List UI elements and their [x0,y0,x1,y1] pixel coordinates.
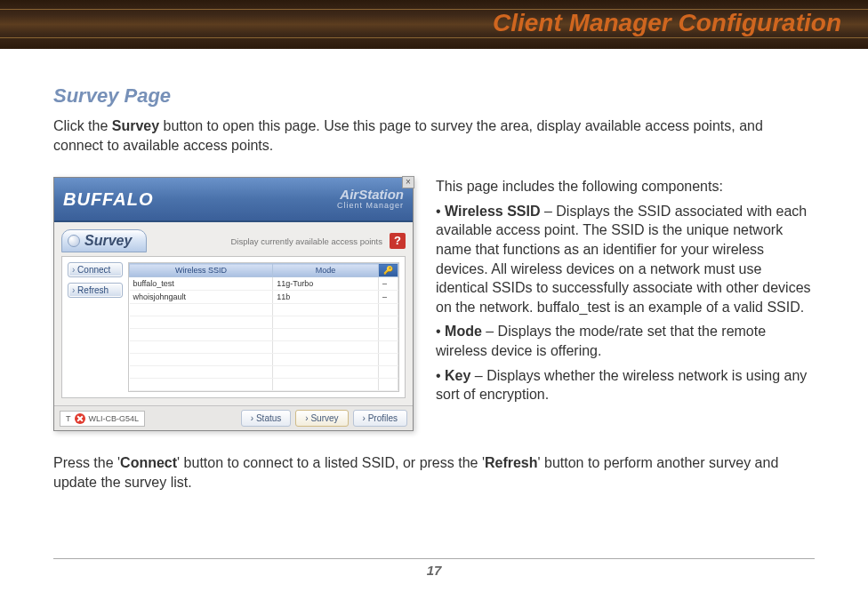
content: Survey Page Click the Survey button to o… [0,49,868,492]
connect-button[interactable]: Connect [68,262,123,277]
close-icon[interactable]: × [402,176,414,188]
caption-text: Display currently available access point… [154,236,382,246]
main-panel: Connect Refresh Wireless SSID Mode 🔑 [61,256,406,398]
window-footer: T WLI-CB-G54L Status Survey Profiles [54,405,413,430]
table-row [130,379,398,391]
key-label: Key [445,368,470,383]
page-number: 17 [427,563,442,578]
table-row [130,366,398,379]
bullet-mode: • Mode – Displays the mode/rate set that… [436,322,815,360]
mode-label: Mode [445,324,482,339]
side-buttons: Connect Refresh [68,262,123,392]
bt-p1: Press the ' [53,455,120,470]
header-band: Client Manager Configuration [0,0,868,49]
intro-suffix: button to open this page. Use this page … [53,118,763,153]
mode-text: – Displays the mode/rate set that the re… [436,324,766,358]
page-header-title: Client Manager Configuration [493,9,841,37]
bt-p2: ' button to connect to a listed SSID, or… [177,455,485,470]
cell-mode: 11g-Turbo [273,277,379,291]
product-name: AirStation [337,188,404,203]
page-footer: 17 [53,558,815,578]
tab-status[interactable]: Status [241,410,291,427]
table-row [130,354,398,366]
cell-ssid: buffalo_test [130,277,273,291]
ssid-text: – Displays the SSID associated with each… [436,204,811,315]
cell-key: – [379,291,398,304]
embedded-screenshot: × BUFFALO AirStation Client Manager Surv… [53,177,414,431]
app-window: × BUFFALO AirStation Client Manager Surv… [53,177,414,431]
components-description: This page includes the following compone… [436,177,815,431]
disconnected-icon [75,413,85,424]
col-mode[interactable]: Mode [273,264,379,277]
components-intro: This page includes the following compone… [436,177,815,196]
window-titlebar: × BUFFALO AirStation Client Manager [54,178,413,222]
bt-b2: Refresh [485,455,538,470]
table-row[interactable]: buffalo_test 11g-Turbo – [130,277,398,291]
tab-profiles[interactable]: Profiles [353,410,407,427]
survey-tab[interactable]: Survey [61,229,147,252]
footer-tabs: Status Survey Profiles [241,410,407,427]
intro-text: Click the Survey button to open this pag… [53,116,815,155]
cell-mode: 11b [273,291,379,304]
col-key-icon[interactable]: 🔑 [379,264,398,277]
brand-logo: BUFFALO [63,189,153,210]
bullet-key: • Key – Displays whether the wireless ne… [436,366,815,404]
window-body: Survey Display currently available acces… [54,222,413,405]
ssid-label: Wireless SSID [445,204,540,219]
two-column-layout: × BUFFALO AirStation Client Manager Surv… [53,177,815,431]
cell-key: – [379,277,398,291]
tab-dot-icon [68,235,80,247]
product-subtitle: Client Manager [337,202,404,211]
bullet-ssid: • Wireless SSID – Displays the SSID asso… [436,202,815,317]
help-icon[interactable]: ? [390,233,406,249]
results-table: Wireless SSID Mode 🔑 buffalo_test 11g-Tu… [128,262,399,392]
caption-bar: Survey Display currently available acces… [61,229,406,252]
refresh-button[interactable]: Refresh [68,283,123,298]
intro-bold: Survey [112,118,159,133]
bottom-instruction: Press the 'Connect' button to connect to… [53,453,815,492]
col-ssid[interactable]: Wireless SSID [130,264,273,277]
table-row [130,341,398,354]
adapter-status-icon: T [66,414,71,423]
adapter-label: WLI-CB-G54L [89,414,140,423]
table-row [130,329,398,341]
tab-survey[interactable]: Survey [295,410,348,427]
section-title: Survey Page [53,84,815,108]
key-text: – Displays whether the wireless network … [436,368,807,403]
table-row [130,304,398,316]
bt-b1: Connect [120,455,177,470]
intro-prefix: Click the [53,118,112,133]
table-row [130,316,398,329]
adapter-badge[interactable]: T WLI-CB-G54L [60,411,145,427]
table-row[interactable]: whoisjohngault 11b – [130,291,398,304]
product-title: AirStation Client Manager [337,188,404,211]
ssid-table: Wireless SSID Mode 🔑 buffalo_test 11g-Tu… [129,263,398,391]
survey-tab-label: Survey [84,233,132,249]
cell-ssid: whoisjohngault [130,291,273,304]
